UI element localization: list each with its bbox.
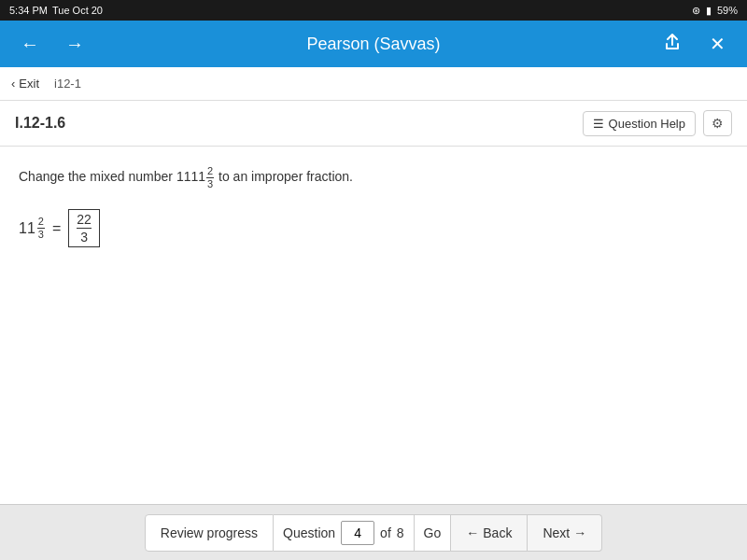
back-icon: ← bbox=[21, 34, 39, 55]
question-label: Question bbox=[283, 525, 335, 540]
status-time-area: 5:34 PM Tue Oct 20 bbox=[9, 5, 103, 16]
frac-numerator-text: 2 bbox=[206, 165, 214, 178]
question-help-button[interactable]: ☰ Question Help bbox=[583, 111, 696, 136]
nav-left-controls: ← → bbox=[15, 29, 90, 59]
whole-part: 11 bbox=[19, 220, 35, 237]
settings-button[interactable]: ⚙ bbox=[703, 110, 732, 136]
mixed-fraction: 2 3 bbox=[37, 216, 45, 241]
equals-sign: = bbox=[52, 220, 61, 237]
breadcrumb-item-id: i12-1 bbox=[54, 77, 81, 91]
question-body: Change the mixed number 111123 to an imp… bbox=[0, 147, 747, 266]
chevron-left-icon: ‹ bbox=[11, 77, 15, 91]
question-text: Change the mixed number 111123 to an imp… bbox=[19, 165, 728, 190]
go-label: Go bbox=[424, 525, 442, 540]
top-nav-bar: ← → Pearson (Savvas) ✕ bbox=[0, 21, 747, 67]
go-button[interactable]: Go bbox=[415, 514, 452, 552]
next-nav-button[interactable]: Next → bbox=[528, 514, 602, 552]
question-header: I.12-1.6 ☰ Question Help ⚙ bbox=[0, 101, 747, 147]
forward-icon: → bbox=[65, 34, 84, 55]
forward-button[interactable]: → bbox=[60, 29, 90, 59]
main-content-area: I.12-1.6 ☰ Question Help ⚙ Change the mi… bbox=[0, 101, 747, 504]
question-navigation: Question of 8 bbox=[274, 514, 415, 552]
review-progress-label: Review progress bbox=[161, 525, 258, 540]
wifi-icon: ⊛ bbox=[692, 5, 700, 17]
bottom-bar: Review progress Question of 8 Go ← Back … bbox=[0, 504, 747, 560]
status-day: Tue Oct 20 bbox=[52, 5, 103, 16]
battery-icon: ▮ bbox=[706, 5, 712, 17]
answer-fraction-box: 22 3 bbox=[68, 209, 100, 247]
share-button[interactable] bbox=[657, 29, 687, 59]
inline-whole-text: 11 bbox=[190, 169, 205, 184]
instruction-fraction: 23 bbox=[206, 165, 214, 190]
close-button[interactable]: ✕ bbox=[702, 29, 732, 59]
instruction-suffix: to an improper fraction. bbox=[215, 169, 353, 184]
next-label: Next bbox=[543, 525, 570, 540]
back-nav-button[interactable]: ← Back bbox=[451, 514, 528, 552]
review-progress-button[interactable]: Review progress bbox=[145, 514, 274, 552]
answer-denominator: 3 bbox=[77, 229, 92, 245]
nav-title: Pearson (Savvas) bbox=[90, 35, 657, 54]
exit-label: Exit bbox=[19, 77, 39, 91]
nav-right-controls: ✕ bbox=[657, 29, 732, 59]
question-id: I.12-1.6 bbox=[15, 115, 65, 132]
next-arrow-icon: → bbox=[573, 525, 586, 540]
status-bar: 5:34 PM Tue Oct 20 ⊛ ▮ 59% bbox=[0, 0, 747, 21]
frac-denominator-text: 3 bbox=[206, 178, 214, 190]
battery-percent: 59% bbox=[717, 5, 738, 16]
gear-icon: ⚙ bbox=[712, 116, 724, 131]
status-time: 5:34 PM bbox=[9, 5, 48, 16]
of-label: of bbox=[380, 525, 391, 540]
question-number-input[interactable] bbox=[341, 521, 374, 545]
back-button[interactable]: ← bbox=[15, 29, 45, 59]
mixed-denominator: 3 bbox=[37, 229, 45, 241]
math-expression: 11 2 3 = 22 3 bbox=[19, 209, 728, 247]
question-header-right: ☰ Question Help ⚙ bbox=[583, 110, 732, 136]
breadcrumb-bar: ‹ Exit i12-1 bbox=[0, 67, 747, 101]
mixed-numerator: 2 bbox=[37, 216, 45, 229]
answer-numerator: 22 bbox=[77, 212, 92, 229]
share-icon bbox=[663, 33, 682, 56]
exit-button[interactable]: ‹ Exit bbox=[11, 77, 39, 91]
total-questions: 8 bbox=[397, 525, 404, 540]
mixed-number-display: 11 2 3 bbox=[19, 216, 45, 241]
question-help-label: Question Help bbox=[609, 117, 685, 131]
instruction-prefix: Change the mixed number 11 bbox=[19, 169, 190, 184]
back-arrow-icon: ← bbox=[466, 525, 479, 540]
list-icon: ☰ bbox=[593, 117, 604, 131]
back-label: Back bbox=[483, 525, 512, 540]
status-icons: ⊛ ▮ 59% bbox=[692, 5, 738, 17]
close-icon: ✕ bbox=[710, 33, 726, 55]
